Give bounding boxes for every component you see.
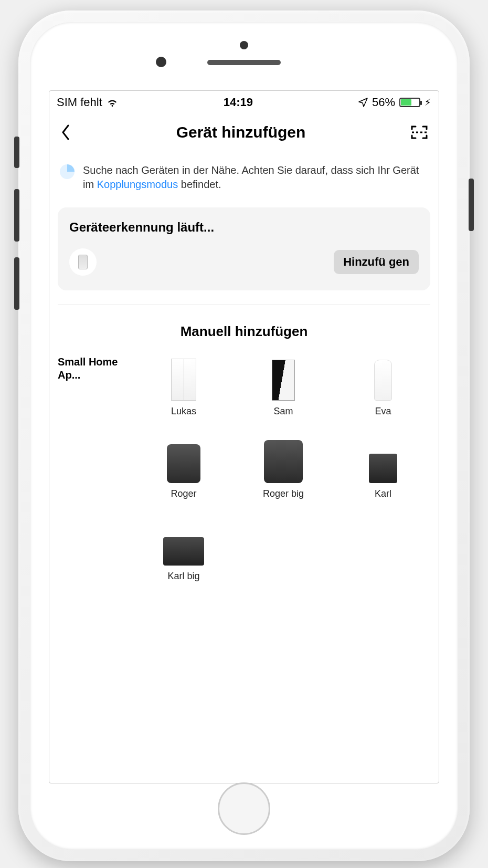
- carrier-label: SIM fehlt: [57, 96, 102, 109]
- manual-section-title: Manuell hinzufügen: [49, 323, 439, 340]
- screen: SIM fehlt 14:19 56% ⚡︎: [49, 90, 439, 783]
- wifi-icon: [107, 98, 118, 107]
- back-button[interactable]: [60, 123, 71, 141]
- device-icon: [374, 355, 392, 401]
- device-item-sam[interactable]: Sam: [236, 355, 331, 417]
- volume-down-button: [14, 257, 19, 310]
- home-button[interactable]: [218, 782, 270, 835]
- page-title: Gerät hinzufügen: [176, 123, 306, 141]
- device-label: Karl big: [167, 571, 199, 582]
- device-label: Roger: [171, 488, 196, 499]
- pairing-mode-link[interactable]: Kopplungsmodus: [97, 179, 178, 190]
- device-item-karl-big[interactable]: Karl big: [136, 520, 231, 582]
- category-label[interactable]: Small Home Ap...: [58, 355, 131, 582]
- searching-spinner-icon: [60, 164, 75, 179]
- device-label: Karl: [375, 488, 391, 499]
- device-label: Eva: [375, 406, 391, 417]
- info-banner: Suche nach Geräten in der Nähe. Achten S…: [49, 151, 439, 197]
- location-icon: [358, 98, 368, 107]
- status-bar: SIM fehlt 14:19 56% ⚡︎: [49, 91, 439, 114]
- device-icon: [167, 438, 200, 483]
- device-item-karl[interactable]: Karl: [336, 438, 430, 499]
- device-label: Roger big: [263, 488, 304, 499]
- battery-icon: [399, 98, 420, 107]
- device-label: Sam: [273, 406, 293, 417]
- device-icon: [171, 355, 196, 401]
- proximity-sensor-icon: [156, 57, 166, 67]
- device-icon: [272, 355, 295, 401]
- front-camera-icon: [240, 41, 248, 49]
- clock-label: 14:19: [224, 96, 253, 109]
- device-item-roger-big[interactable]: Roger big: [236, 438, 331, 499]
- device-item-roger[interactable]: Roger: [136, 438, 231, 499]
- section-divider: [58, 304, 430, 305]
- battery-pct-label: 56%: [372, 96, 395, 109]
- detection-title: Geräteerkennung läuft...: [69, 220, 419, 235]
- speaker-grille: [207, 60, 281, 65]
- device-grid: LukasSamEvaRogerRoger bigKarlKarl big: [136, 355, 430, 582]
- devices-area: Small Home Ap... LukasSamEvaRogerRoger b…: [49, 340, 439, 582]
- device-icon: [163, 520, 204, 566]
- device-icon: [264, 438, 303, 483]
- scan-button[interactable]: [410, 124, 428, 140]
- charging-icon: ⚡︎: [425, 97, 431, 108]
- detection-card: Geräteerkennung läuft... Hinzufü gen: [58, 207, 430, 290]
- add-device-button[interactable]: Hinzufü gen: [334, 250, 419, 274]
- info-text: Suche nach Geräten in der Nähe. Achten S…: [83, 163, 428, 192]
- phone-frame: SIM fehlt 14:19 56% ⚡︎: [18, 11, 470, 861]
- volume-up-button: [14, 189, 19, 242]
- device-icon: [369, 438, 397, 483]
- device-item-lukas[interactable]: Lukas: [136, 355, 231, 417]
- detected-device-icon[interactable]: [69, 248, 97, 276]
- info-text-after: befindet.: [178, 179, 221, 190]
- device-label: Lukas: [171, 406, 196, 417]
- phone-bezel: SIM fehlt 14:19 56% ⚡︎: [30, 22, 458, 850]
- power-button: [469, 179, 474, 231]
- mute-switch: [14, 137, 19, 168]
- header: Gerät hinzufügen: [49, 114, 439, 151]
- device-item-eva[interactable]: Eva: [336, 355, 430, 417]
